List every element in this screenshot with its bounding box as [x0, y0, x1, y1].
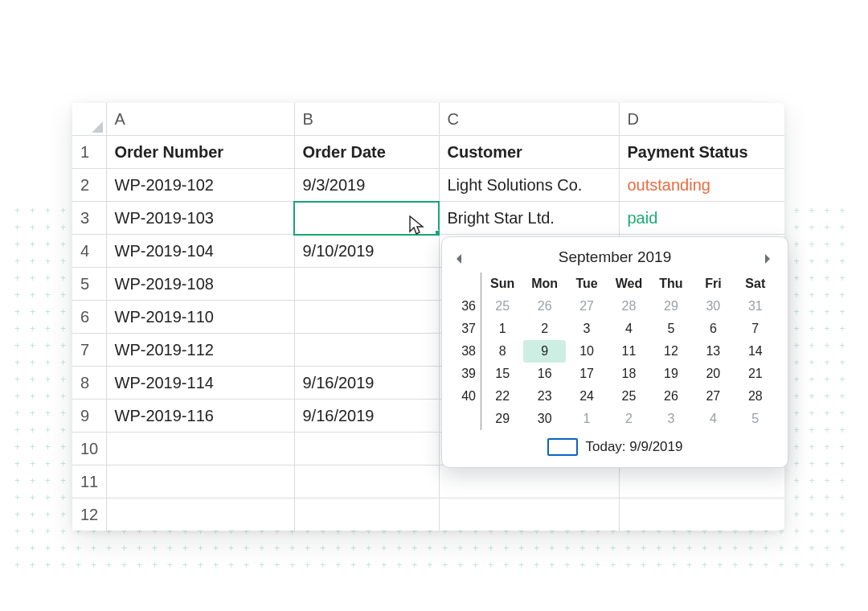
cell-D3[interactable]: paid — [619, 202, 784, 235]
calendar-day[interactable]: 1 — [566, 408, 608, 430]
row-header[interactable]: 2 — [72, 169, 106, 202]
cell-C3[interactable]: Bright Star Ltd. — [439, 202, 619, 235]
column-header-A[interactable]: A — [106, 103, 294, 136]
row-header[interactable]: 12 — [72, 498, 106, 531]
cell-B4[interactable]: 9/10/2019 — [294, 235, 439, 268]
calendar-day[interactable]: 18 — [608, 363, 649, 385]
cell-A4[interactable]: WP-2019-104 — [106, 235, 294, 268]
cell-B2[interactable]: 9/3/2019 — [294, 169, 439, 202]
calendar-grid[interactable]: 2526272829303112345678910111213141516171… — [481, 295, 776, 430]
calendar-day[interactable]: 5 — [650, 318, 692, 340]
cell-A11[interactable] — [106, 465, 294, 498]
calendar-day[interactable]: 1 — [481, 318, 523, 340]
select-all-corner[interactable] — [72, 103, 106, 136]
calendar-day[interactable]: 27 — [692, 385, 734, 408]
calendar-day[interactable]: 30 — [692, 295, 734, 318]
cell-A6[interactable]: WP-2019-110 — [106, 301, 294, 334]
today-row[interactable]: Today: 9/9/2019 — [453, 430, 776, 456]
calendar-day[interactable]: 29 — [481, 408, 523, 430]
row-header[interactable]: 8 — [72, 367, 106, 400]
cell-B8[interactable]: 9/16/2019 — [294, 367, 439, 400]
cell-A8[interactable]: WP-2019-114 — [106, 367, 294, 400]
row-header[interactable]: 6 — [72, 301, 106, 334]
calendar-day[interactable]: 15 — [481, 363, 523, 385]
cell-B6[interactable] — [294, 301, 439, 334]
calendar-day[interactable]: 16 — [523, 363, 565, 385]
column-header-C[interactable]: C — [439, 103, 619, 136]
calendar-day[interactable]: 27 — [566, 295, 608, 318]
calendar-day[interactable]: 26 — [523, 295, 565, 318]
calendar-day[interactable]: 11 — [608, 340, 649, 363]
calendar-day[interactable]: 21 — [735, 363, 776, 385]
cell-B3[interactable] — [294, 202, 439, 235]
cell-A3[interactable]: WP-2019-103 — [106, 202, 294, 235]
cell-A12[interactable] — [106, 498, 294, 531]
cell-A7[interactable]: WP-2019-112 — [106, 334, 294, 367]
header-cell-paymentStatus[interactable]: Payment Status — [619, 136, 784, 169]
calendar-day[interactable]: 8 — [481, 340, 523, 363]
calendar-day[interactable]: 10 — [566, 340, 608, 363]
calendar-day[interactable]: 7 — [735, 318, 776, 340]
cell-D2[interactable]: outstanding — [619, 169, 784, 202]
row-header[interactable]: 4 — [72, 235, 106, 268]
calendar-day[interactable]: 20 — [692, 363, 734, 385]
row-header[interactable]: 7 — [72, 334, 106, 367]
row-header[interactable]: 10 — [72, 433, 106, 465]
cell-A5[interactable]: WP-2019-108 — [106, 268, 294, 301]
header-cell-customer[interactable]: Customer — [439, 136, 619, 169]
row-header[interactable]: 5 — [72, 268, 106, 301]
prev-month-arrow-icon[interactable] — [455, 252, 466, 263]
calendar-day[interactable]: 26 — [650, 385, 692, 408]
calendar-day[interactable]: 4 — [692, 408, 734, 430]
calendar-day[interactable]: 29 — [650, 295, 692, 318]
calendar-day[interactable]: 19 — [650, 363, 692, 385]
calendar-day[interactable]: 2 — [523, 318, 565, 340]
dow-label: Mon — [523, 273, 565, 295]
cell-B12[interactable] — [294, 498, 439, 531]
row-header[interactable]: 9 — [72, 400, 106, 433]
cell-B5[interactable] — [294, 268, 439, 301]
calendar-day[interactable]: 17 — [566, 363, 608, 385]
cell-A2[interactable]: WP-2019-102 — [106, 169, 294, 202]
calendar-day[interactable]: 3 — [650, 408, 692, 430]
calendar-day[interactable]: 24 — [566, 385, 608, 408]
cell-B10[interactable] — [294, 433, 439, 465]
date-picker-popup[interactable]: September 2019 3637383940 SunMonTueWedTh… — [441, 236, 788, 468]
row-header[interactable]: 11 — [72, 465, 106, 498]
cell-C2[interactable]: Light Solutions Co. — [439, 169, 619, 202]
calendar-day[interactable]: 9 — [523, 340, 565, 363]
header-cell-orderDate[interactable]: Order Date — [294, 136, 439, 169]
row-header[interactable]: 1 — [72, 136, 106, 169]
day-of-week-header: SunMonTueWedThuFriSat — [481, 273, 776, 295]
calendar-day[interactable]: 5 — [735, 408, 776, 430]
cell-A9[interactable]: WP-2019-116 — [106, 400, 294, 433]
calendar-day[interactable]: 30 — [523, 408, 565, 430]
calendar-day[interactable]: 3 — [566, 318, 608, 340]
cell-B9[interactable]: 9/16/2019 — [294, 400, 439, 433]
next-month-arrow-icon[interactable] — [764, 252, 775, 263]
calendar-day[interactable]: 25 — [481, 295, 523, 318]
cell-D12[interactable] — [619, 498, 784, 531]
calendar-day[interactable]: 4 — [608, 318, 649, 340]
column-header-B[interactable]: B — [294, 103, 439, 136]
calendar-day[interactable]: 28 — [735, 385, 776, 408]
calendar-day[interactable]: 14 — [735, 340, 776, 363]
calendar-day[interactable]: 23 — [523, 385, 565, 408]
calendar-day[interactable]: 13 — [692, 340, 734, 363]
calendar-day[interactable]: 6 — [692, 318, 734, 340]
calendar-day[interactable]: 31 — [735, 295, 776, 318]
column-header-D[interactable]: D — [619, 103, 784, 136]
cell-B7[interactable] — [294, 334, 439, 367]
row-header[interactable]: 3 — [72, 202, 106, 235]
header-cell-orderNumber[interactable]: Order Number — [106, 136, 294, 169]
calendar-day[interactable]: 25 — [608, 385, 649, 408]
cell-B11[interactable] — [294, 465, 439, 498]
cell-C12[interactable] — [439, 498, 619, 531]
cell-D11[interactable] — [619, 465, 784, 498]
calendar-day[interactable]: 12 — [650, 340, 692, 363]
calendar-day[interactable]: 22 — [481, 385, 523, 408]
calendar-day[interactable]: 2 — [608, 408, 649, 430]
calendar-day[interactable]: 28 — [608, 295, 649, 318]
cell-A10[interactable] — [106, 433, 294, 465]
cell-C11[interactable] — [439, 465, 619, 498]
